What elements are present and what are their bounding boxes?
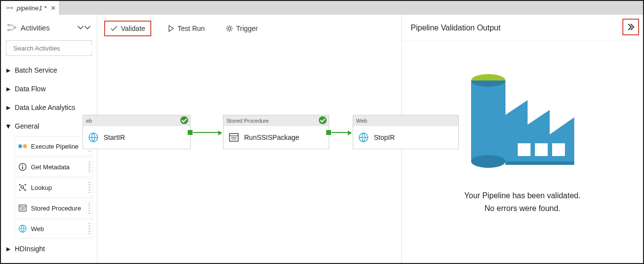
info-circle-icon (18, 162, 27, 171)
svg-point-5 (8, 24, 9, 26)
activity-name: StartIR (104, 133, 125, 141)
svg-rect-34 (552, 143, 565, 156)
activity-web[interactable]: Web (15, 219, 93, 238)
svg-rect-14 (22, 166, 23, 169)
globe-icon (88, 132, 99, 143)
stored-procedure-icon (228, 132, 239, 143)
sidebar-heading: Activities (21, 24, 50, 32)
trigger-button[interactable]: Trigger (221, 22, 263, 35)
activity-stopir[interactable]: Web StopIR (353, 115, 459, 149)
validate-button[interactable]: Validate (104, 21, 151, 36)
category-batch-service[interactable]: ▶Batch Service (1, 61, 97, 79)
svg-point-7 (14, 26, 16, 28)
activity-startir[interactable]: eb StartIR (83, 115, 191, 149)
activities-icon (7, 23, 17, 32)
activity-name: StopIR (374, 133, 395, 141)
activity-name: RunSSISPackage (244, 133, 299, 141)
svg-point-31 (471, 155, 505, 168)
search-input[interactable] (13, 45, 96, 52)
validation-message-1: Your Pipeline has been validated. (464, 189, 581, 202)
activity-runssispackage[interactable]: Stored Procedure RunSSISPackage (223, 115, 329, 149)
execute-pipeline-icon (18, 142, 27, 151)
globe-icon (358, 132, 369, 143)
checkmark-icon (110, 25, 118, 32)
close-icon[interactable]: ✕ (51, 5, 56, 11)
stored-procedure-icon (18, 204, 27, 212)
expand-collapse-icon[interactable] (77, 24, 91, 31)
activity-get-metadata[interactable]: Get Metadata (15, 157, 93, 177)
svg-rect-33 (535, 143, 548, 156)
status-success-icon (319, 116, 327, 124)
svg-rect-0 (6, 7, 8, 9)
general-sublist: Execute Pipeline Get Metadata Lookup Sto… (1, 135, 97, 239)
svg-line-16 (23, 188, 25, 189)
validation-message-2: No errors were found. (464, 202, 581, 215)
lookup-icon (18, 183, 27, 192)
activity-lookup[interactable]: Lookup (15, 178, 93, 197)
test-run-button[interactable]: Test Run (162, 22, 210, 35)
category-data-lake-analytics[interactable]: ▶Data Lake Analytics (1, 98, 97, 117)
search-activities[interactable] (6, 40, 92, 56)
pipeline-tab[interactable]: pipeline1 * ✕ (1, 1, 59, 15)
activity-stored-procedure[interactable]: Stored Procedure (15, 198, 93, 218)
category-hdinsight[interactable]: ▶HDInsight (1, 239, 97, 258)
validation-panel-title: Pipeline Validation Output (411, 24, 501, 32)
pipeline-canvas[interactable]: Validate Test Run Trigger eb StartIR (97, 15, 401, 263)
svg-point-15 (21, 185, 23, 188)
status-success-icon (180, 116, 188, 124)
canvas-toolbar: Validate Test Run Trigger (104, 21, 263, 36)
activity-type-label: Stored Procedure (226, 118, 269, 124)
play-icon (167, 25, 175, 32)
svg-point-22 (228, 27, 231, 30)
svg-rect-32 (518, 143, 531, 156)
connector-1[interactable] (193, 132, 222, 133)
svg-rect-11 (24, 144, 27, 148)
activity-type-label: Web (356, 118, 367, 124)
tab-bar: pipeline1 * ✕ (1, 1, 643, 15)
svg-rect-30 (471, 80, 505, 161)
globe-icon (18, 224, 27, 233)
connector-2[interactable] (332, 132, 351, 133)
pipeline-icon (6, 4, 14, 12)
chevron-right-double-icon (626, 23, 635, 31)
output-port[interactable] (326, 130, 331, 135)
activity-type-label: eb (86, 118, 92, 124)
factory-illustration (464, 61, 582, 179)
gear-icon (225, 25, 233, 32)
svg-point-6 (8, 29, 9, 30)
output-port[interactable] (188, 130, 193, 135)
activity-execute-pipeline[interactable]: Execute Pipeline (15, 136, 93, 156)
tab-title: pipeline1 * (17, 4, 47, 12)
svg-rect-10 (19, 144, 22, 148)
svg-rect-1 (11, 7, 13, 9)
collapse-panel-button[interactable] (622, 19, 639, 35)
category-data-flow[interactable]: ▶Data Flow (1, 79, 97, 98)
svg-point-13 (22, 164, 23, 165)
